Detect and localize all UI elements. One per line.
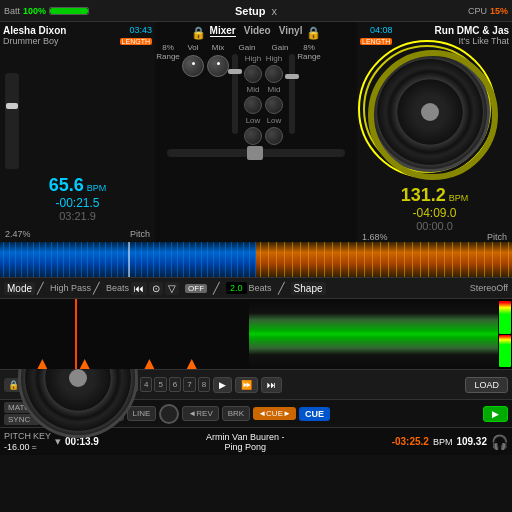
mixer-panel: 🔒 Mixer Video Vinyl 🔒 8% Range Vol Mix [155,22,357,242]
top-bar-left: Batt 100% [4,6,169,16]
tab-mixer[interactable]: Mixer [210,25,236,37]
shape-button[interactable]: Shape [291,282,326,295]
setup-button[interactable]: Setup [235,5,266,17]
mixer-tabs: Mixer Video Vinyl [210,25,303,37]
left-track-name: Alesha Dixon [3,25,66,36]
top-bar: Batt 100% Setup x CPU 15% [0,0,512,22]
range-label-left: Range [156,52,180,61]
left-track-sub: Drummer Boy [3,36,66,46]
brk-button[interactable]: BRK [222,406,250,421]
mix-label: Mix [212,43,224,52]
range-label-right: Range [297,52,321,61]
left-channel-fader: Gain High Mid Low [232,43,262,145]
mid-label-left: Mid [247,85,260,94]
crossfader-handle[interactable] [247,146,263,160]
right-bpm-value: 131.2 [401,185,446,205]
right-bpm-display: 131.2 BPM -04:09.0 00:00.0 [401,185,468,232]
track-waveform-left[interactable] [0,299,249,369]
vinyl-ring-outer [18,52,146,180]
cue-btn-7[interactable]: 7 [183,377,195,392]
batt-label: Batt [4,6,20,16]
mid-knob-right[interactable] [265,96,283,114]
top-bar-center: Setup x [173,5,338,17]
right-pitch-label: Pitch [487,232,507,242]
vu-bar-left [499,301,511,334]
low-knob-right[interactable] [265,127,283,145]
waveform-overview[interactable] [0,242,512,277]
cue-btn-6[interactable]: 6 [169,377,181,392]
end-btn[interactable]: ⏭ [261,377,282,393]
high-knob-right[interactable] [265,65,283,83]
right-pitch-pct: 1.68% [362,232,388,242]
vol-knob[interactable] [182,55,204,77]
rev-button[interactable]: ◄REV [182,406,218,421]
right-range: 8% Range [298,43,320,61]
cue-btn-5[interactable]: 5 [154,377,166,392]
headphone-icon[interactable]: 🎧 [491,434,508,450]
left-fader-handle[interactable] [228,69,242,74]
mix-knob[interactable] [207,55,229,77]
track-waveform-right[interactable] [249,299,498,369]
key-value: = [32,442,37,452]
bottom-bpm-val: 109.32 [456,436,487,447]
close-button[interactable]: x [272,5,278,17]
off-badge[interactable]: OFF [185,284,207,293]
right-length-badge: LENGTH [360,38,392,45]
cue-marker-1 [37,359,47,369]
waveform-left[interactable] [0,242,256,277]
lock-icon-right: 🔒 [306,26,321,40]
cue-button[interactable]: CUE [299,407,330,421]
right-fader-handle[interactable] [285,74,299,79]
load-button[interactable]: LOAD [465,377,508,393]
left-time-display: 03:43 [120,25,152,35]
key-label: KEY [33,431,51,441]
tab-vinyl[interactable]: Vinyl [279,25,303,37]
right-deck-time: 04:08 LENGTH [360,25,392,46]
fwd-btn[interactable]: ⏩ [235,377,258,393]
cue-btn-4[interactable]: 4 [140,377,152,392]
left-pitch-handle[interactable] [6,103,18,109]
play-button[interactable]: ▶ [483,406,508,422]
right-channel-fader: Gain High Mid Low [265,43,295,145]
circle-button[interactable] [159,404,179,424]
waveform-center-line [128,242,130,277]
cue-marker-2 [80,359,90,369]
shape-sep-icon: ╱ [278,282,285,295]
vu-bar-right [499,335,511,368]
line-button[interactable]: LINE [127,406,157,421]
low-label-left: Low [246,116,261,125]
range-pct-left: 8% [162,43,174,52]
right-deck: 04:08 LENGTH Run DMC & Jas It's Like Tha… [357,22,512,242]
battery-fill [50,8,88,14]
right-turntable[interactable]: 131.2 BPM -04:09.0 00:00.0 [360,48,509,232]
beats-sep-icon: ╱ [213,282,220,295]
crossfader-track[interactable] [167,149,345,157]
step-fwd-btn[interactable]: ▶ [213,377,232,393]
low-knob-left[interactable] [244,127,262,145]
mid-knob-left[interactable] [244,96,262,114]
track-waveform[interactable] [0,299,512,369]
right-bpm-unit: BPM [449,193,469,203]
pitch-key-column: PITCH KEY -16.00 = [4,431,51,452]
left-deck: Alesha Dixon Drummer Boy 03:43 LENGTH 65… [0,22,155,242]
bottom-sep-icon: ▾ [55,435,61,448]
bottom-time-neg: -03:25.2 [392,436,429,447]
pitch-label: PITCH [4,431,31,441]
cue-marker-3 [144,359,154,369]
right-fader-track[interactable] [289,54,295,134]
right-vinyl-disc[interactable] [370,52,490,172]
main-section: Alesha Dixon Drummer Boy 03:43 LENGTH 65… [0,22,512,242]
tab-video[interactable]: Video [244,25,271,37]
cue-left-button[interactable]: ◄CUE► [253,407,296,420]
cue-btn-8[interactable]: 8 [198,377,210,392]
waveform-right[interactable] [256,242,512,277]
waveform-right-overlay [256,242,512,277]
crossfader-area [157,149,355,157]
high-knob-left[interactable] [244,65,262,83]
right-time-display: 04:08 [360,25,392,35]
beats-right-control: 2.0 Beats [226,282,272,294]
beats-fwd-icon[interactable]: ▽ [165,282,179,295]
left-fader-track[interactable] [232,54,238,134]
high-label-left: High [245,54,261,63]
left-turntable[interactable]: 65.6 BPM -00:21.5 03:21.9 [3,48,152,229]
